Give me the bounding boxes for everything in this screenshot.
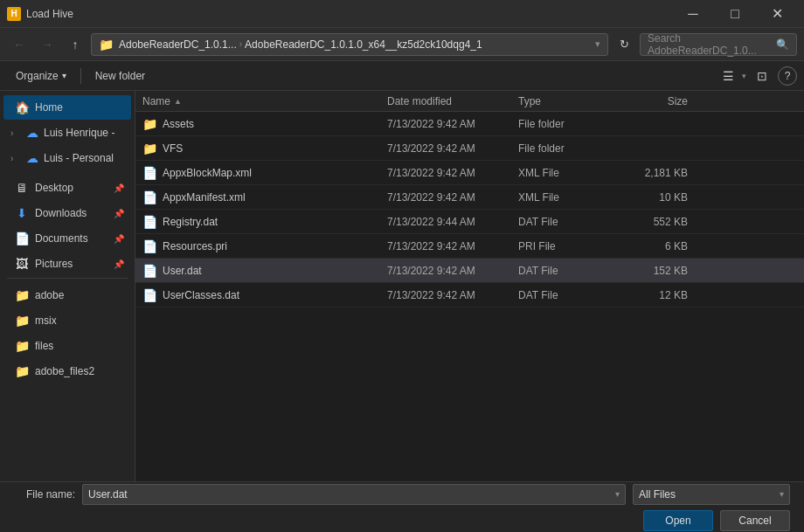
file-area: Name ▲ Date modified Type Size 📁 Assets … [135,91,804,481]
table-row[interactable]: 📄 AppxBlockMap.xml 7/13/2022 9:42 AM XML… [135,161,804,185]
refresh-button[interactable]: ↻ [612,32,636,57]
table-row[interactable]: 📄 AppxManifest.xml 7/13/2022 9:42 AM XML… [135,185,804,210]
table-row[interactable]: 📁 Assets 7/13/2022 9:42 AM File folder [135,112,804,136]
pictures-icon: 🖼 [14,257,30,271]
file-name-cell: 📁 VFS [135,142,380,155]
file-name-text: Resources.pri [163,240,227,252]
search-placeholder: Search AdobeReaderDC_1.0... [648,32,776,57]
sidebar-item-luis-henrique[interactable]: › ☁ Luis Henrique - [3,121,131,145]
sidebar-item-label-desktop: Desktop [35,182,108,194]
home-icon: 🏠 [14,100,30,114]
pin-icon-pictures: 📌 [114,259,124,269]
file-name-cell: 📁 Assets [135,117,380,131]
close-button[interactable]: ✕ [757,0,797,28]
chevron-icon-2: › [10,154,21,163]
file-size-cell: 12 KB [616,289,695,301]
back-button[interactable]: ← [7,32,31,57]
desktop-icon: 🖥 [14,181,30,195]
minimize-button[interactable]: ─ [673,0,713,28]
file-icon: 📄 [142,288,157,302]
maximize-button[interactable]: □ [715,0,755,28]
file-name-cell: 📄 UserClasses.dat [135,288,380,302]
file-name-cell: 📄 Resources.pri [135,239,380,253]
file-name-cell: 📄 AppxBlockMap.xml [135,166,380,180]
toolbar-separator [80,68,81,84]
sidebar-item-label-adobe-files2: adobe_files2 [35,365,124,377]
pin-icon-desktop: 📌 [114,183,124,193]
forward-button[interactable]: → [35,32,59,57]
file-type-cell: XML File [511,191,616,204]
sidebar-item-label-home: Home [35,101,124,114]
file-icon: 📄 [142,215,157,229]
organize-label: Organize [16,70,59,82]
file-type-cell: DAT File [511,289,616,301]
file-size-cell: 6 KB [616,240,695,252]
main-layout: 🏠 Home › ☁ Luis Henrique - › ☁ Luis - Pe… [0,91,804,481]
sidebar-item-label-documents: Documents [35,232,108,245]
table-row[interactable]: 📄 Registry.dat 7/13/2022 9:44 AM DAT Fil… [135,210,804,234]
cancel-button[interactable]: Cancel [720,510,790,531]
list-view-button[interactable]: ☰ [716,65,740,87]
path-chevron-icon: › [239,39,242,49]
sidebar-item-downloads[interactable]: ⬇ Downloads 📌 [3,201,131,225]
dropdown-chevron-icon: ▾ [595,38,600,50]
file-date-cell: 7/13/2022 9:42 AM [380,265,511,277]
path-part2: AdobeReaderDC_1.0.1.0_x64__kz5d2ck10dqg4… [245,38,482,51]
sidebar-item-adobe[interactable]: 📁 adobe [3,283,131,307]
open-button[interactable]: Open [643,510,713,531]
file-size-cell: 552 KB [616,216,695,228]
sidebar-item-luis-personal[interactable]: › ☁ Luis - Personal [3,146,131,170]
table-row[interactable]: 📄 Resources.pri 7/13/2022 9:42 AM PRI Fi… [135,234,804,259]
bottom-bar: File name: User.dat ▾ All Files ▾ Open C… [0,481,804,532]
table-row[interactable]: 📄 UserClasses.dat 7/13/2022 9:42 AM DAT … [135,283,804,307]
organize-chevron-icon: ▾ [62,71,66,80]
bottom-row-filename: File name: User.dat ▾ All Files ▾ [14,484,790,505]
organize-button[interactable]: Organize ▾ [7,65,75,87]
documents-icon: 📄 [14,231,30,245]
col-header-name[interactable]: Name ▲ [135,91,380,111]
up-button[interactable]: ↑ [63,32,87,57]
sidebar: 🏠 Home › ☁ Luis Henrique - › ☁ Luis - Pe… [0,91,135,481]
view-dropdown-chevron-icon: ▾ [742,72,746,80]
file-type-cell: DAT File [511,216,616,228]
search-box[interactable]: Search AdobeReaderDC_1.0... 🔍 [640,33,797,56]
search-icon: 🔍 [776,38,789,51]
sidebar-item-home[interactable]: 🏠 Home [3,95,131,120]
file-name-text: VFS [163,142,183,155]
toolbar-right: ☰ ▾ ⊡ ? [716,65,797,87]
sidebar-item-label-downloads: Downloads [35,207,108,219]
file-date-cell: 7/13/2022 9:42 AM [380,167,511,179]
file-type-value: All Files [639,488,676,501]
folder-icon-msix: 📁 [14,314,30,328]
col-header-size[interactable]: Size [616,91,695,111]
sidebar-item-msix[interactable]: 📁 msix [3,308,131,333]
sidebar-item-adobe-files2[interactable]: 📁 adobe_files2 [3,359,131,383]
file-type-cell: File folder [511,118,616,130]
cloud-icon-2: ☁ [24,151,40,165]
file-type-select[interactable]: All Files ▾ [633,484,790,505]
window-title: Load Hive [26,8,673,20]
file-date-cell: 7/13/2022 9:42 AM [380,240,511,252]
col-header-date[interactable]: Date modified [380,91,511,111]
pin-icon-documents: 📌 [114,234,124,244]
sidebar-item-desktop[interactable]: 🖥 Desktop 📌 [3,176,131,200]
table-row[interactable]: 📄 User.dat 7/13/2022 9:42 AM DAT File 15… [135,259,804,283]
sidebar-item-label-pictures: Pictures [35,258,108,270]
help-button[interactable]: ? [778,66,797,86]
file-name-text: Assets [163,118,194,130]
new-folder-button[interactable]: New folder [87,65,154,87]
sidebar-item-documents[interactable]: 📄 Documents 📌 [3,226,131,251]
file-name-cell: 📄 User.dat [135,264,380,278]
address-path[interactable]: 📁 AdobeReaderDC_1.0.1... › AdobeReaderDC… [91,33,608,56]
preview-pane-button[interactable]: ⊡ [750,65,774,87]
file-date-cell: 7/13/2022 9:42 AM [380,191,511,204]
sidebar-item-pictures[interactable]: 🖼 Pictures 📌 [3,252,131,276]
sidebar-item-files[interactable]: 📁 files [3,334,131,358]
title-bar-controls: ─ □ ✕ [673,0,797,28]
col-header-type[interactable]: Type [511,91,616,111]
path-part1: AdobeReaderDC_1.0.1... [119,38,237,51]
table-row[interactable]: 📁 VFS 7/13/2022 9:42 AM File folder [135,136,804,161]
file-name-cell: 📄 AppxManifest.xml [135,190,380,204]
file-name-text: AppxManifest.xml [163,191,246,204]
file-name-input[interactable]: User.dat ▾ [82,484,626,505]
